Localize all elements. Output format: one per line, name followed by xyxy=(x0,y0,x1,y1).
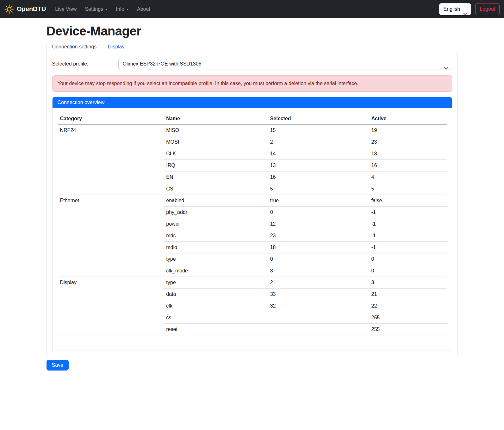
page-title: Device-Manager xyxy=(47,24,458,38)
tab-connection-settings[interactable]: Connection settings xyxy=(47,41,103,52)
chevron-down-icon xyxy=(444,63,448,70)
active-cell: 18 xyxy=(369,148,446,160)
column-header-active: Active xyxy=(369,113,446,125)
selected-cell: 2 xyxy=(268,136,369,148)
selected-cell xyxy=(268,312,369,324)
selected-cell: 18 xyxy=(268,242,369,253)
selected-cell: true xyxy=(268,195,369,207)
active-cell: 5 xyxy=(369,183,446,195)
name-cell: phy_addr xyxy=(164,207,267,218)
language-select-value: English xyxy=(444,6,460,12)
category-cell: Ethernet xyxy=(58,195,164,277)
active-cell: 255 xyxy=(369,324,446,335)
selected-cell: 2 xyxy=(268,277,369,289)
name-cell: mdc xyxy=(164,230,267,242)
sun-icon xyxy=(4,4,14,14)
save-button[interactable]: Save xyxy=(47,360,69,371)
name-cell: clk_mode xyxy=(164,265,267,277)
tab-display[interactable]: Display xyxy=(102,41,130,52)
table-row: NRF24MISO1519 xyxy=(58,125,447,136)
selected-cell: 13 xyxy=(268,160,369,171)
active-cell: -1 xyxy=(369,207,446,218)
nav-item-about[interactable]: About xyxy=(133,4,154,15)
tab-bar: Connection settingsDisplay xyxy=(47,41,458,52)
active-cell: 0 xyxy=(369,265,446,277)
selected-cell: 12 xyxy=(268,218,369,230)
brand[interactable]: OpenDTU xyxy=(4,4,51,14)
profile-row: Selected profile: Olimex ESP32-POE with … xyxy=(52,58,452,70)
active-cell: 21 xyxy=(369,289,446,300)
nav-item-live-view[interactable]: Live View xyxy=(51,4,81,15)
profile-select[interactable]: Olimex ESP32-POE with SSD1306 xyxy=(118,58,452,70)
nav-links: Live ViewSettingsInfoAbout xyxy=(51,4,154,15)
selected-cell: 16 xyxy=(268,171,369,183)
table-row: Ethernetenabledtruefalse xyxy=(58,195,447,207)
active-cell: -1 xyxy=(369,230,446,242)
connection-overview-body: CategoryNameSelectedActive NRF24MISO1519… xyxy=(53,108,452,351)
main-container: Device-Manager Connection settingsDispla… xyxy=(47,24,458,371)
connection-settings-panel: Selected profile: Olimex ESP32-POE with … xyxy=(47,52,458,357)
column-header-selected: Selected xyxy=(268,113,369,125)
category-cell: Display xyxy=(58,277,164,335)
selected-cell: 33 xyxy=(268,289,369,300)
selected-cell xyxy=(268,324,369,335)
name-cell: power xyxy=(164,218,267,230)
connection-overview-card: Connection overview CategoryNameSelected… xyxy=(52,97,452,351)
active-cell: false xyxy=(369,195,446,207)
active-cell: 23 xyxy=(369,136,446,148)
table-row: Displaytype23 xyxy=(58,277,447,289)
name-cell: reset xyxy=(164,324,267,335)
table-header-row: CategoryNameSelectedActive xyxy=(58,113,447,125)
category-cell: NRF24 xyxy=(58,125,164,195)
name-cell: type xyxy=(164,277,267,289)
name-cell: EN xyxy=(164,171,267,183)
caret-down-icon xyxy=(126,9,129,10)
selected-cell: 15 xyxy=(268,125,369,136)
name-cell: cs xyxy=(164,312,267,324)
active-cell: 19 xyxy=(369,125,446,136)
nav-item-settings[interactable]: Settings xyxy=(81,4,112,15)
logout-button[interactable]: Logout xyxy=(475,3,500,15)
active-cell: -1 xyxy=(369,242,446,253)
profile-select-value: Olimex ESP32-POE with SSD1306 xyxy=(123,61,202,66)
name-cell: data xyxy=(164,289,267,300)
connection-overview-header: Connection overview xyxy=(53,97,452,108)
chevron-down-icon xyxy=(463,8,467,19)
name-cell: MISO xyxy=(164,125,267,136)
selected-cell: 0 xyxy=(268,253,369,265)
language-select[interactable]: English xyxy=(439,3,471,15)
selected-cell: 32 xyxy=(268,300,369,312)
nav-item-info[interactable]: Info xyxy=(112,4,133,15)
name-cell: CLK xyxy=(164,148,267,160)
selected-cell: 5 xyxy=(268,183,369,195)
profile-label: Selected profile: xyxy=(52,61,118,67)
active-cell: 16 xyxy=(369,160,446,171)
caret-down-icon xyxy=(105,9,108,10)
active-cell: 4 xyxy=(369,171,446,183)
name-cell: CS xyxy=(164,183,267,195)
name-cell: MOSI xyxy=(164,136,267,148)
active-cell: 255 xyxy=(369,312,446,324)
active-cell: 0 xyxy=(369,253,446,265)
top-navbar: OpenDTU Live ViewSettingsInfoAbout Engli… xyxy=(0,0,504,18)
active-cell: 22 xyxy=(369,300,446,312)
column-header-name: Name xyxy=(164,113,267,125)
column-header-category: Category xyxy=(58,113,164,125)
active-cell: -1 xyxy=(369,218,446,230)
name-cell: mdio xyxy=(164,242,267,253)
name-cell: clk xyxy=(164,300,267,312)
selected-cell: 14 xyxy=(268,148,369,160)
name-cell: IRQ xyxy=(164,160,267,171)
active-cell: 3 xyxy=(369,277,446,289)
selected-cell: 0 xyxy=(268,207,369,218)
selected-cell: 23 xyxy=(268,230,369,242)
name-cell: enabled xyxy=(164,195,267,207)
selected-cell: 3 xyxy=(268,265,369,277)
incompatible-profile-alert: Your device may stop responding if you s… xyxy=(52,75,452,92)
connection-table: CategoryNameSelectedActive NRF24MISO1519… xyxy=(58,113,447,335)
name-cell: type xyxy=(164,253,267,265)
brand-label: OpenDTU xyxy=(17,5,46,13)
